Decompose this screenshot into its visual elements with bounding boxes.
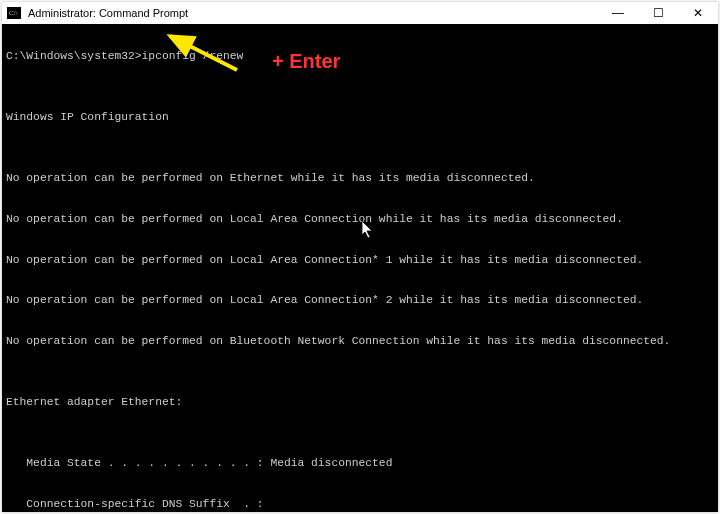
window-title: Administrator: Command Prompt bbox=[28, 7, 188, 19]
minimize-button[interactable]: — bbox=[598, 2, 638, 24]
cmd-icon: C:\ bbox=[6, 5, 22, 21]
noop-line: No operation can be performed on Etherne… bbox=[6, 168, 714, 188]
terminal-output[interactable]: C:\Windows\system32>ipconfig /renew Wind… bbox=[2, 24, 718, 512]
svg-text:C:\: C:\ bbox=[9, 9, 18, 17]
close-button[interactable]: ✕ bbox=[678, 2, 718, 24]
maximize-button[interactable]: ☐ bbox=[638, 2, 678, 24]
media-state-line: Media State . . . . . . . . . . . : Medi… bbox=[6, 453, 714, 473]
noop-line: No operation can be performed on Local A… bbox=[6, 290, 714, 310]
noop-line: No operation can be performed on Bluetoo… bbox=[6, 331, 714, 351]
noop-line: No operation can be performed on Local A… bbox=[6, 250, 714, 270]
dns-suffix-line: Connection-specific DNS Suffix . : bbox=[6, 494, 714, 512]
adapter-header: Ethernet adapter Ethernet: bbox=[6, 392, 714, 412]
cmd-window: C:\ Administrator: Command Prompt — ☐ ✕ … bbox=[2, 2, 718, 512]
ipconfig-header: Windows IP Configuration bbox=[6, 107, 714, 127]
prompt-line: C:\Windows\system32>ipconfig /renew bbox=[6, 46, 714, 66]
noop-line: No operation can be performed on Local A… bbox=[6, 209, 714, 229]
titlebar[interactable]: C:\ Administrator: Command Prompt — ☐ ✕ bbox=[2, 2, 718, 24]
